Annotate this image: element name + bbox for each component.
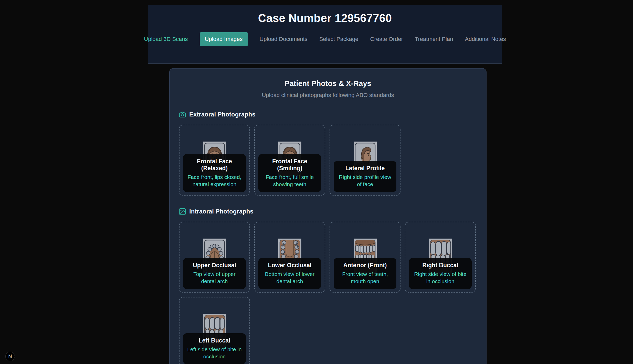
card-label: Frontal Face (Relaxed) Face front, lips … xyxy=(183,154,246,192)
tab-treatment-plan[interactable]: Treatment Plan xyxy=(415,36,453,42)
upload-card-lateral-profile[interactable]: Lateral Profile Right side profile view … xyxy=(330,125,400,196)
card-title: Lateral Profile xyxy=(336,165,394,172)
image-icon xyxy=(179,208,186,215)
card-title: Anterior (Front) xyxy=(336,262,394,269)
card-description: Front view of teeth, mouth open xyxy=(336,271,394,285)
card-label: Left Buccal Left side view of bite in oc… xyxy=(183,333,246,364)
extraoral-grid: Frontal Face (Relaxed) Face front, lips … xyxy=(179,125,477,196)
card-label: Anterior (Front) Front view of teeth, mo… xyxy=(334,258,396,289)
card-title: Frontal Face (Smiling) xyxy=(261,158,319,172)
card-label: Upper Occlusal Top view of upper dental … xyxy=(183,258,246,289)
upload-card-anterior-front[interactable]: Anterior (Front) Front view of teeth, mo… xyxy=(330,222,400,293)
card-title: Lower Occlusal xyxy=(261,262,319,269)
card-description: Top view of upper dental arch xyxy=(186,271,243,285)
section-extraoral-header: Extraoral Photographs xyxy=(179,111,477,118)
card-description: Right side profile view of face xyxy=(336,174,394,188)
card-title: Upper Occlusal xyxy=(186,262,243,269)
upload-card-frontal-face-relaxed[interactable]: Frontal Face (Relaxed) Face front, lips … xyxy=(179,125,250,196)
card-description: Face front, full smile showing teeth xyxy=(261,174,319,188)
card-title: Right Buccal xyxy=(412,262,469,269)
page: Case Number 129567760 Upload 3D Scans Up… xyxy=(0,0,633,364)
card-label: Right Buccal Right side view of bite in … xyxy=(409,258,472,289)
panel-title: Patient Photos & X-Rays xyxy=(179,79,477,88)
card-description: Right side view of bite in occlusion xyxy=(412,271,469,285)
step-tabs: Upload 3D Scans Upload Images Upload Doc… xyxy=(148,32,502,46)
card-label: Lateral Profile Right side profile view … xyxy=(334,161,396,192)
tab-upload-3d-scans[interactable]: Upload 3D Scans xyxy=(144,36,188,42)
upload-card-right-buccal[interactable]: Right Buccal Right side view of bite in … xyxy=(405,222,476,293)
tab-upload-images[interactable]: Upload Images xyxy=(200,32,248,46)
upload-card-left-buccal[interactable]: Left Buccal Left side view of bite in oc… xyxy=(179,297,250,364)
card-title: Left Buccal xyxy=(186,337,243,344)
panel-subtitle: Upload clinical photographs following AB… xyxy=(179,92,477,99)
page-title: Case Number 129567760 xyxy=(148,5,502,25)
section-intraoral-header: Intraoral Photographs xyxy=(179,208,477,215)
card-description: Left side view of bite in occlusion xyxy=(186,346,243,360)
intraoral-grid: Upper Occlusal Top view of upper dental … xyxy=(179,222,477,364)
tab-select-package[interactable]: Select Package xyxy=(319,36,358,42)
card-label: Frontal Face (Smiling) Face front, full … xyxy=(258,154,321,192)
tab-create-order[interactable]: Create Order xyxy=(370,36,403,42)
section-intraoral-title: Intraoral Photographs xyxy=(189,208,254,215)
header: Case Number 129567760 Upload 3D Scans Up… xyxy=(148,5,502,64)
card-description: Face front, lips closed, natural express… xyxy=(186,174,243,188)
tab-upload-documents[interactable]: Upload Documents xyxy=(260,36,308,42)
card-description: Bottom view of lower dental arch xyxy=(261,271,319,285)
upload-card-upper-occlusal[interactable]: Upper Occlusal Top view of upper dental … xyxy=(179,222,250,293)
upload-card-lower-occlusal[interactable]: Lower Occlusal Bottom view of lower dent… xyxy=(254,222,325,293)
tab-additional-notes[interactable]: Additional Notes xyxy=(465,36,506,42)
section-extraoral-title: Extraoral Photographs xyxy=(189,111,256,118)
card-label: Lower Occlusal Bottom view of lower dent… xyxy=(258,258,321,289)
upload-card-frontal-face-smiling[interactable]: Frontal Face (Smiling) Face front, full … xyxy=(254,125,325,196)
card-title: Frontal Face (Relaxed) xyxy=(186,158,243,172)
nextjs-dev-badge[interactable]: N xyxy=(5,352,15,361)
patient-photos-panel: Patient Photos & X-Rays Upload clinical … xyxy=(169,68,487,364)
camera-icon xyxy=(179,111,186,118)
